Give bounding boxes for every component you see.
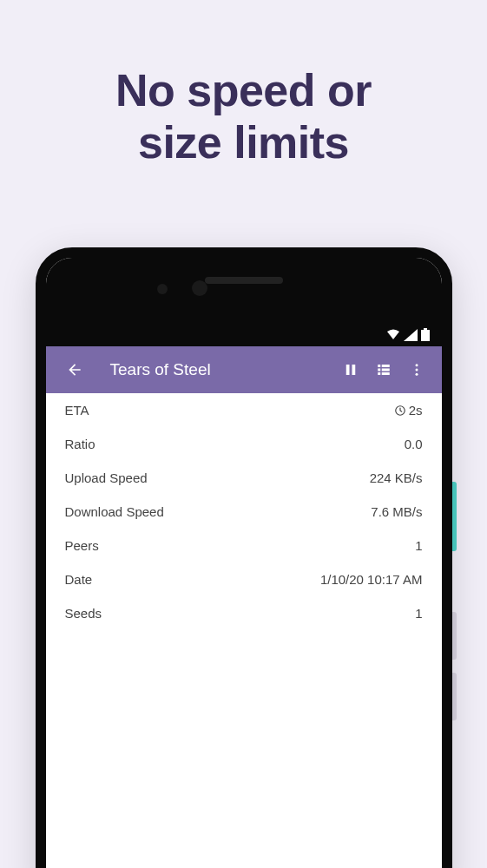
pause-icon: [343, 362, 359, 378]
svg-point-11: [415, 364, 418, 366]
row-ratio: Ratio 0.0: [46, 427, 442, 461]
upload-speed-label: Upload Speed: [65, 470, 148, 485]
peers-value: 1: [415, 538, 422, 553]
headline-line-2: size limits: [0, 117, 487, 169]
headline-line-1: No speed or: [0, 65, 487, 117]
svg-point-12: [415, 369, 418, 372]
clock-icon: [394, 404, 406, 417]
phone-bezel-top: [46, 258, 442, 346]
row-date: Date 1/10/20 10:17 AM: [46, 562, 442, 596]
ratio-label: Ratio: [65, 437, 95, 451]
pause-button[interactable]: [334, 353, 367, 386]
seeds-label: Seeds: [65, 606, 102, 621]
battery-icon: [421, 328, 430, 341]
svg-rect-4: [352, 365, 355, 375]
details-list: ETA 2s Ratio 0.0 Upload Speed 224 KB/s D…: [46, 393, 442, 868]
svg-rect-5: [378, 365, 380, 367]
eta-value: 2s: [394, 403, 423, 418]
download-speed-value: 7.6 MB/s: [371, 504, 422, 519]
peers-label: Peers: [65, 538, 99, 553]
volume-up-button: [452, 612, 457, 660]
eta-label: ETA: [65, 403, 89, 418]
promo-headline: No speed or size limits: [0, 0, 487, 169]
status-bar: [386, 328, 430, 341]
svg-rect-9: [378, 372, 380, 375]
overflow-menu-button[interactable]: [400, 353, 433, 386]
ratio-value: 0.0: [405, 437, 423, 451]
svg-rect-3: [346, 365, 349, 375]
row-seeds: Seeds 1: [46, 596, 442, 630]
app-toolbar: Tears of Steel: [46, 346, 442, 393]
row-upload-speed: Upload Speed 224 KB/s: [46, 461, 442, 495]
date-label: Date: [65, 572, 93, 587]
svg-rect-10: [381, 372, 389, 375]
svg-rect-6: [381, 365, 389, 367]
date-value: 1/10/20 10:17 AM: [320, 572, 423, 587]
volume-down-button: [452, 673, 457, 720]
wifi-icon: [386, 329, 400, 341]
arrow-left-icon: [66, 361, 83, 378]
svg-rect-2: [424, 328, 427, 330]
back-button[interactable]: [58, 353, 91, 386]
phone-camera: [192, 280, 207, 296]
svg-point-0: [395, 337, 398, 339]
upload-speed-value: 224 KB/s: [370, 470, 423, 485]
download-speed-label: Download Speed: [65, 504, 164, 519]
toolbar-title: Tears of Steel: [110, 360, 334, 379]
row-download-speed: Download Speed 7.6 MB/s: [46, 495, 442, 529]
phone-mockup: Tears of Steel ETA 2s: [36, 247, 452, 868]
list-button[interactable]: [367, 353, 400, 386]
phone-speaker: [205, 277, 283, 284]
svg-rect-7: [378, 369, 380, 372]
svg-rect-1: [421, 330, 430, 341]
row-eta: ETA 2s: [46, 393, 442, 427]
signal-icon: [404, 329, 418, 341]
power-button: [452, 482, 457, 551]
row-peers: Peers 1: [46, 529, 442, 562]
eta-value-text: 2s: [409, 403, 423, 418]
svg-point-13: [415, 373, 418, 376]
phone-sensor: [157, 284, 168, 294]
seeds-value: 1: [415, 606, 422, 621]
svg-rect-8: [381, 369, 389, 372]
list-icon: [375, 362, 392, 378]
dots-vertical-icon: [409, 362, 424, 378]
